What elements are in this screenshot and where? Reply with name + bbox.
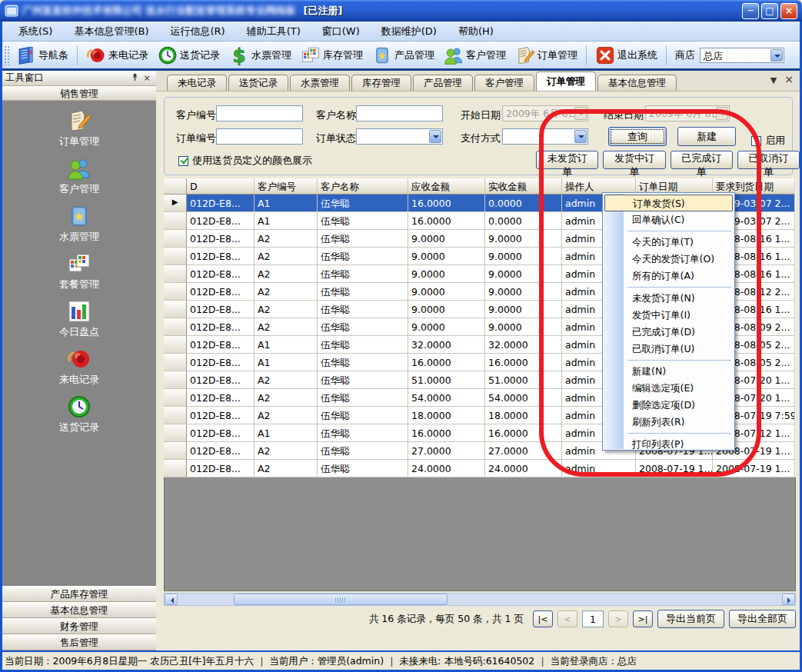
toolbar-button-导航条[interactable]: 导航条 bbox=[12, 44, 73, 67]
row-selector-cell[interactable] bbox=[164, 212, 187, 230]
toolbar-button-库存管理[interactable]: 库存管理 bbox=[296, 44, 368, 67]
table-cell[interactable]: 24.0000 bbox=[485, 460, 562, 477]
table-cell[interactable]: 54.0000 bbox=[408, 389, 485, 407]
tab-close-icon[interactable]: × bbox=[784, 75, 794, 85]
table-cell[interactable]: 012D-E8... bbox=[187, 407, 255, 424]
pin-icon[interactable] bbox=[128, 73, 141, 84]
row-selector-cell[interactable]: ▶ bbox=[164, 195, 187, 212]
order-no-input[interactable] bbox=[216, 128, 303, 145]
table-cell[interactable]: A2 bbox=[255, 230, 318, 248]
table-cell[interactable]: 伍华聪 bbox=[318, 354, 408, 371]
page-number-input[interactable]: 1 bbox=[582, 610, 604, 627]
table-cell[interactable]: 012D-E8... bbox=[187, 283, 255, 301]
table-cell[interactable]: 012D-E8... bbox=[187, 301, 255, 318]
row-selector-cell[interactable] bbox=[164, 371, 187, 389]
menu-item[interactable]: 帮助(H) bbox=[448, 22, 504, 41]
context-menu-item-订单发货(S)[interactable]: 订单发货(S) bbox=[604, 195, 733, 211]
table-cell[interactable]: 24.0000 bbox=[408, 460, 485, 477]
sidebar-group-button-售后管理[interactable]: 售后管理 bbox=[2, 634, 156, 650]
tab-基本信息管理[interactable]: 基本信息管理 bbox=[597, 75, 677, 91]
table-cell[interactable]: A2 bbox=[255, 442, 318, 460]
toolbar-button-送货记录[interactable]: 送货记录 bbox=[153, 44, 225, 67]
context-menu-item-未发货订单(N)[interactable]: 未发货订单(N) bbox=[603, 290, 734, 307]
new-button[interactable]: 新建 bbox=[677, 127, 736, 146]
table-cell[interactable]: 012D-E8... bbox=[187, 212, 255, 230]
column-header-应收金额[interactable]: 应收金额 bbox=[408, 178, 485, 195]
last-page-button[interactable]: >| bbox=[633, 610, 653, 627]
table-cell[interactable]: 伍华聪 bbox=[318, 265, 408, 283]
tab-订单管理[interactable]: 订单管理 bbox=[536, 72, 596, 91]
table-cell[interactable]: A1 bbox=[255, 336, 318, 354]
maximize-button[interactable]: □ bbox=[761, 3, 778, 19]
filter-button-未发货订单[interactable]: 未发货订单 bbox=[536, 151, 598, 169]
table-cell[interactable]: 012D-E8... bbox=[187, 424, 255, 442]
order-status-select[interactable] bbox=[356, 128, 443, 145]
tab-送货记录[interactable]: 送货记录 bbox=[228, 75, 288, 91]
table-cell[interactable]: 32.0000 bbox=[485, 336, 562, 354]
table-cell[interactable]: 012D-E8... bbox=[187, 230, 255, 248]
table-cell[interactable]: 2008-07-19 1... bbox=[713, 460, 795, 477]
filter-button-发货中订单[interactable]: 发货中订单 bbox=[603, 151, 665, 169]
enable-checkbox[interactable] bbox=[751, 136, 761, 146]
toolbar-button-订单管理[interactable]: 订单管理 bbox=[511, 44, 582, 67]
table-cell[interactable]: 012D-E8... bbox=[187, 389, 255, 407]
table-cell[interactable]: 0.0000 bbox=[485, 212, 562, 230]
context-menu-item-发货中订单(I)[interactable]: 发货中订单(I) bbox=[603, 307, 734, 324]
row-selector-cell[interactable] bbox=[164, 248, 187, 265]
table-cell[interactable]: 伍华聪 bbox=[318, 301, 408, 318]
tab-客户管理[interactable]: 客户管理 bbox=[474, 75, 534, 91]
color-display-checkbox[interactable] bbox=[178, 156, 188, 166]
tab-产品管理[interactable]: 产品管理 bbox=[413, 75, 473, 91]
context-menu-item-打印列表(P)[interactable]: 打印列表(P) bbox=[603, 436, 734, 453]
table-cell[interactable]: A2 bbox=[255, 371, 318, 389]
toolbar-button-客户管理[interactable]: 客户管理 bbox=[439, 44, 511, 67]
customer-name-input[interactable] bbox=[356, 105, 443, 121]
table-cell[interactable]: 9.0000 bbox=[485, 248, 562, 265]
sidebar-group-button-基本信息管理[interactable]: 基本信息管理 bbox=[2, 602, 156, 618]
scroll-left-icon[interactable] bbox=[165, 594, 178, 605]
table-cell[interactable]: 伍华聪 bbox=[318, 212, 408, 230]
minimize-button[interactable]: ─ bbox=[742, 3, 759, 19]
context-menu-item-刷新列表(R)[interactable]: 刷新列表(R) bbox=[603, 414, 734, 431]
context-menu-item-编辑选定项(E)[interactable]: 编辑选定项(E) bbox=[603, 380, 734, 397]
table-cell[interactable]: A2 bbox=[255, 318, 318, 336]
table-cell[interactable]: 9.0000 bbox=[408, 283, 485, 301]
column-header-客户名称[interactable]: 客户名称 bbox=[318, 178, 408, 195]
table-cell[interactable]: A2 bbox=[255, 248, 318, 265]
row-selector-cell[interactable] bbox=[164, 230, 187, 248]
table-cell[interactable]: 012D-E8... bbox=[187, 195, 255, 212]
table-cell[interactable]: 18.0000 bbox=[408, 407, 485, 424]
table-cell[interactable]: 012D-E8... bbox=[187, 371, 255, 389]
tab-水票管理[interactable]: 水票管理 bbox=[290, 75, 350, 91]
table-cell[interactable]: A2 bbox=[255, 283, 318, 301]
context-menu-item-回单确认(C)[interactable]: 回单确认(C) bbox=[603, 211, 734, 228]
horizontal-scrollbar[interactable] bbox=[164, 593, 796, 606]
table-cell[interactable]: 16.0000 bbox=[408, 424, 485, 442]
toolbar-button-水票管理[interactable]: $水票管理 bbox=[225, 44, 296, 67]
table-cell[interactable]: 012D-E8... bbox=[187, 354, 255, 371]
filter-button-已完成订单[interactable]: 已完成订单 bbox=[671, 151, 733, 169]
context-menu-item-今天的发货订单(O)[interactable]: 今天的发货订单(O) bbox=[603, 251, 734, 268]
menu-item[interactable]: 运行信息(R) bbox=[159, 22, 235, 41]
table-cell[interactable]: 9.0000 bbox=[485, 301, 562, 318]
context-menu-item-所有的订单(A)[interactable]: 所有的订单(A) bbox=[603, 268, 734, 284]
column-header-客户编号[interactable]: 客户编号 bbox=[255, 178, 318, 195]
table-cell[interactable]: 012D-E8... bbox=[187, 442, 255, 460]
export-current-page-button[interactable]: 导出当前页 bbox=[657, 610, 724, 628]
sidebar-group-button-财务管理[interactable]: 财务管理 bbox=[2, 618, 156, 634]
row-selector-cell[interactable] bbox=[164, 336, 187, 354]
table-cell[interactable]: 9.0000 bbox=[408, 301, 485, 318]
row-selector-cell[interactable] bbox=[164, 389, 187, 407]
table-cell[interactable]: 伍华聪 bbox=[318, 460, 408, 477]
table-cell[interactable]: 9.0000 bbox=[408, 230, 485, 248]
table-cell[interactable]: 伍华聪 bbox=[318, 230, 408, 248]
table-cell[interactable]: A2 bbox=[255, 265, 318, 283]
table-cell[interactable]: 012D-E8... bbox=[187, 265, 255, 283]
table-cell[interactable]: 9.0000 bbox=[408, 248, 485, 265]
table-cell[interactable]: 012D-E8... bbox=[187, 318, 255, 336]
table-cell[interactable]: 012D-E8... bbox=[187, 336, 255, 354]
table-cell[interactable]: 16.0000 bbox=[408, 354, 485, 371]
tab-dropdown-icon[interactable]: ▼ bbox=[770, 75, 777, 85]
end-date-picker[interactable]: 2009年 6月 8日 bbox=[645, 105, 730, 121]
row-selector-cell[interactable] bbox=[164, 283, 187, 301]
